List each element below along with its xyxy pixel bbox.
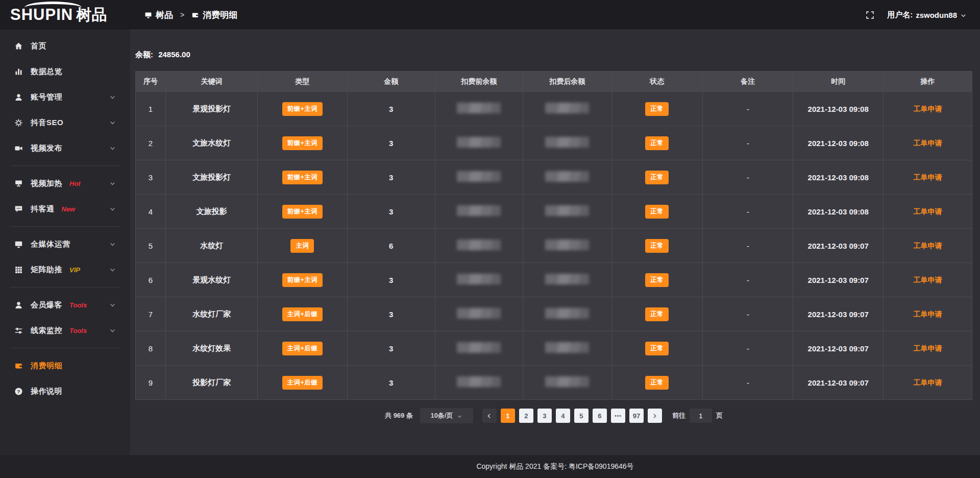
breadcrumb-root[interactable]: 树品 <box>144 9 173 21</box>
sidebar-item-clue-monitor[interactable]: 线索监控 Tools <box>0 318 130 343</box>
cell-keyword: 文旅投影 <box>166 195 258 229</box>
chevron-down-icon <box>109 327 116 334</box>
column-header: 类型 <box>258 71 347 92</box>
topbar-right: 用户名: zswodun88 <box>865 10 980 20</box>
cell-balance-before <box>435 126 523 160</box>
page-button-5[interactable]: 5 <box>574 409 589 423</box>
sidebar-item-consume-detail[interactable]: 消费明细 <box>0 353 130 378</box>
prev-page-button[interactable] <box>482 409 497 423</box>
sidebar-item-label: 消费明细 <box>31 361 62 371</box>
balance-summary: 余额: 24856.00 <box>135 50 972 60</box>
masked-value <box>545 274 589 284</box>
cell-balance-before <box>435 229 523 263</box>
work-order-link[interactable]: 工单申请 <box>914 173 942 181</box>
type-badge: 主词+后缀 <box>282 342 323 355</box>
cell-keyword: 投影灯厂家 <box>166 366 258 400</box>
masked-value <box>545 205 589 216</box>
sidebar-item-label: 视频发布 <box>31 144 62 153</box>
goto-page: 前往 页 <box>672 409 723 423</box>
sliders-icon <box>14 326 23 335</box>
page-button-6[interactable]: 6 <box>593 409 607 423</box>
cell-amount: 3 <box>347 160 435 195</box>
cell-index: 3 <box>136 160 166 195</box>
goto-page-input[interactable] <box>690 409 712 423</box>
page-button-1[interactable]: 1 <box>501 409 515 423</box>
work-order-link[interactable]: 工单申请 <box>914 139 942 147</box>
masked-value <box>457 171 501 182</box>
sidebar-item-data-overview[interactable]: 数据总览 <box>0 59 130 84</box>
page-button-4[interactable]: 4 <box>556 409 570 423</box>
sidebar-item-matrix-boost[interactable]: 矩阵助推 VIP <box>0 257 130 282</box>
cell-action: 工单申请 <box>884 126 972 160</box>
page-button-97[interactable]: 97 <box>629 409 644 423</box>
sidebar-menu: 首页 数据总览 账号管理 抖音SEO 视频发布 <box>0 30 130 455</box>
sidebar-item-video-heat[interactable]: 视频加热 Hot <box>0 171 130 196</box>
cell-balance-before <box>435 92 523 126</box>
cell-action: 工单申请 <box>884 195 972 229</box>
page-footer: Copyright 树品 2021 备案号: 粤ICP备09019646号 <box>0 455 980 478</box>
sidebar-divider <box>10 226 120 227</box>
cell-action: 工单申请 <box>884 263 972 297</box>
fullscreen-icon[interactable] <box>865 10 875 20</box>
work-order-link[interactable]: 工单申请 <box>914 378 942 387</box>
cell-status: 正常 <box>611 263 703 297</box>
work-order-link[interactable]: 工单申请 <box>914 207 942 216</box>
cell-status: 正常 <box>611 195 703 229</box>
sidebar-item-douyin-seo[interactable]: 抖音SEO <box>0 110 130 135</box>
table-body: 1 景观投影灯 前缀+主词 3 正常 - 2021-12-03 09:08 工单… <box>136 92 972 400</box>
sidebar-item-douketong[interactable]: 抖客通 New <box>0 196 130 222</box>
sidebar-item-help[interactable]: 操作说明 <box>0 378 130 404</box>
breadcrumb-current-label: 消费明细 <box>203 9 237 21</box>
cell-time: 2021-12-03 09:07 <box>793 229 884 263</box>
sidebar-item-badge: Hot <box>69 180 81 187</box>
cell-remark: - <box>703 229 793 263</box>
sidebar-item-account[interactable]: 账号管理 <box>0 84 130 110</box>
page-button-2[interactable]: 2 <box>519 409 533 423</box>
table-row: 1 景观投影灯 前缀+主词 3 正常 - 2021-12-03 09:08 工单… <box>136 92 972 126</box>
sidebar-item-label: 视频加热 <box>31 179 62 188</box>
work-order-link[interactable]: 工单申请 <box>914 105 942 113</box>
sidebar-divider <box>10 348 120 348</box>
work-order-link[interactable]: 工单申请 <box>914 310 942 318</box>
work-order-link[interactable]: 工单申请 <box>914 242 942 250</box>
type-badge: 前缀+主词 <box>282 171 323 184</box>
masked-value <box>457 240 501 250</box>
gear-icon <box>14 118 23 127</box>
cell-action: 工单申请 <box>884 92 972 126</box>
chevron-down-icon <box>109 94 116 101</box>
breadcrumb-separator: > <box>180 11 184 19</box>
sidebar-item-media-operation[interactable]: 全媒体运营 <box>0 231 130 257</box>
masked-value <box>457 205 501 216</box>
breadcrumb: 树品 > 消费明细 <box>144 9 237 21</box>
cell-remark: - <box>703 263 793 297</box>
masked-value <box>545 137 589 148</box>
sidebar-item-video-publish[interactable]: 视频发布 <box>0 135 130 161</box>
sidebar-item-label: 抖音SEO <box>31 118 63 128</box>
sidebar-item-member-baoke[interactable]: 会员爆客 Tools <box>0 292 130 318</box>
cell-remark: - <box>703 126 793 160</box>
cell-status: 正常 <box>611 297 703 331</box>
goto-suffix: 页 <box>716 411 723 420</box>
sidebar-item-home[interactable]: 首页 <box>0 33 130 59</box>
top-bar: SHUPIN 树品 树品 > 消费明细 用户名: zswodun88 <box>0 0 980 30</box>
status-badge: 正常 <box>645 307 669 321</box>
work-order-link[interactable]: 工单申请 <box>914 276 942 284</box>
cell-keyword: 景观投影灯 <box>166 92 258 126</box>
work-order-link[interactable]: 工单申请 <box>914 344 942 352</box>
more-pages-button[interactable]: ••• <box>611 409 625 423</box>
copyright-text: Copyright 树品 2021 备案号: 粤ICP备09019646号 <box>130 462 980 471</box>
cell-index: 9 <box>136 366 166 400</box>
wallet-icon <box>191 11 199 19</box>
cell-keyword: 水纹灯厂家 <box>166 297 258 331</box>
cell-balance-after <box>523 263 611 297</box>
app-logo[interactable]: SHUPIN 树品 <box>0 0 130 30</box>
column-header: 时间 <box>793 71 884 92</box>
cell-remark: - <box>703 331 793 366</box>
chevron-down-icon <box>109 206 116 212</box>
user-dropdown[interactable]: 用户名: zswodun88 <box>887 10 967 20</box>
page-size-select[interactable]: 10条/页 <box>420 408 473 423</box>
sidebar-item-label: 操作说明 <box>31 387 62 396</box>
user-icon <box>14 93 23 102</box>
page-button-3[interactable]: 3 <box>537 409 552 423</box>
next-page-button[interactable] <box>648 409 662 423</box>
